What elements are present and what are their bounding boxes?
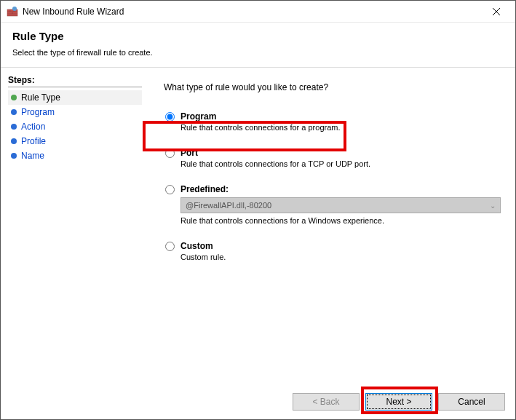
option-custom-label: Custom	[180, 241, 213, 251]
page-subtitle: Select the type of firewall rule to crea…	[12, 48, 504, 57]
option-program-desc: Rule that controls connections for a pro…	[180, 123, 501, 132]
wizard-footer: < Back Next > Cancel	[1, 384, 515, 419]
wizard-header: Rule Type Select the type of firewall ru…	[1, 23, 515, 68]
cancel-button[interactable]: Cancel	[438, 393, 505, 411]
option-program-label: Program	[180, 111, 216, 122]
bullet-icon	[11, 138, 17, 144]
option-custom: Custom Custom rule.	[164, 241, 501, 261]
wizard-content: What type of rule would you like to crea…	[142, 68, 515, 373]
option-port-label: Port	[180, 148, 198, 158]
step-label: Rule Type	[21, 92, 60, 103]
option-predefined-label: Predefined:	[180, 184, 229, 194]
bullet-icon	[11, 95, 17, 100]
step-label: Program	[21, 107, 55, 117]
next-button[interactable]: Next >	[365, 393, 432, 411]
step-label: Action	[21, 122, 45, 132]
step-rule-type[interactable]: Rule Type	[8, 90, 142, 105]
steps-sidebar: Steps: Rule Type Program Action Profile …	[1, 68, 142, 373]
back-button: < Back	[293, 393, 360, 411]
step-name[interactable]: Name	[8, 148, 142, 163]
window-title: New Inbound Rule Wizard	[23, 7, 482, 17]
bullet-icon	[11, 124, 17, 130]
radio-custom[interactable]	[165, 242, 175, 251]
step-action[interactable]: Action	[8, 119, 142, 134]
close-button[interactable]	[482, 1, 511, 22]
chevron-down-icon: ⌄	[490, 202, 496, 210]
predefined-combo-value: @FirewallAPI.dll,-80200	[186, 201, 271, 210]
option-custom-desc: Custom rule.	[180, 253, 501, 261]
title-bar: New Inbound Rule Wizard	[1, 1, 515, 23]
step-program[interactable]: Program	[8, 105, 142, 119]
radio-predefined[interactable]	[165, 185, 175, 194]
firewall-icon	[7, 6, 18, 17]
option-predefined-desc: Rule that controls connections for a Win…	[180, 216, 501, 225]
predefined-combobox[interactable]: @FirewallAPI.dll,-80200 ⌄	[180, 197, 501, 213]
step-label: Profile	[21, 136, 46, 146]
close-icon	[493, 8, 500, 15]
step-label: Name	[21, 151, 44, 161]
radio-program[interactable]	[165, 112, 175, 122]
bullet-icon	[11, 153, 17, 159]
page-title: Rule Type	[12, 30, 504, 42]
rule-type-question: What type of rule would you like to crea…	[164, 82, 501, 92]
option-port-desc: Rule that controls connections for a TCP…	[180, 159, 501, 168]
option-predefined: Predefined: @FirewallAPI.dll,-80200 ⌄ Ru…	[164, 184, 501, 225]
step-profile[interactable]: Profile	[8, 134, 142, 148]
option-port: Port Rule that controls connections for …	[164, 148, 501, 168]
radio-port[interactable]	[165, 148, 175, 158]
bullet-icon	[11, 109, 17, 115]
svg-point-6	[12, 7, 17, 11]
steps-heading: Steps:	[8, 75, 142, 87]
option-program: Program Rule that controls connections f…	[164, 111, 501, 132]
